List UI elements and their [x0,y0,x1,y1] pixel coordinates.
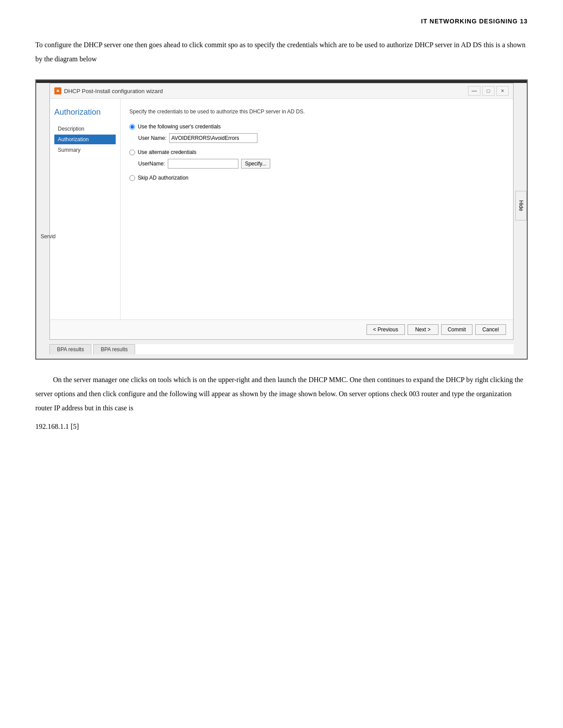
minimize-button[interactable]: — [468,86,480,96]
dialog-main-content: Specify the credentials to be used to au… [121,99,513,319]
dialog-icon [54,87,61,94]
radio-label-use-following: Use the following user's credentials [138,124,221,130]
radio-use-following[interactable] [129,124,135,130]
svg-rect-3 [57,90,58,92]
user-name-input[interactable] [169,133,257,143]
ip-text: 192.168.1.1 [5] [35,420,528,434]
dialog-titlebar-left: DHCP Post-Install configuration wizard [54,87,163,94]
radio-alternate[interactable] [129,150,135,155]
titlebar-controls: — □ × [468,86,509,96]
credentials-radio-group: Use the following user's credentials Use… [129,124,504,181]
bpa-tabs-row: BPA results BPA results [49,344,514,354]
page-header: IT NETWORKING DESIGNING 13 [35,18,528,25]
bpa-tab-2[interactable]: BPA results [93,344,135,354]
intro-paragraph: To configure the DHCP server one then go… [35,38,528,66]
bottom-paragraph: On the server manager one clicks on tool… [35,373,528,415]
dialog-sidebar: Authorization Description Authorization … [50,99,121,319]
close-button[interactable]: × [496,86,509,96]
previous-button[interactable]: < Previous [367,324,405,335]
dialog-title: DHCP Post-Install configuration wizard [64,88,163,94]
maximize-button[interactable]: □ [482,86,495,96]
radio-label-skip: Skip AD authorization [138,175,189,181]
radio-row-1: Use the following user's credentials [129,124,504,130]
commit-button[interactable]: Commit [441,324,472,335]
nav-description[interactable]: Description [54,124,116,134]
servi-label: Servid [41,233,56,240]
dialog-window: DHCP Post-Install configuration wizard —… [49,83,514,340]
radio-skip[interactable] [129,175,135,181]
specify-button[interactable]: Specify... [241,159,270,169]
hide-panel[interactable]: Hide [515,191,527,221]
cancel-button[interactable]: Cancel [475,324,506,335]
next-button[interactable]: Next > [408,324,438,335]
dialog-screenshot: DHCP Post-Install configuration wizard —… [35,79,528,360]
page-container: IT NETWORKING DESIGNING 13 To configure … [0,0,563,728]
dialog-titlebar: DHCP Post-Install configuration wizard —… [50,83,513,99]
nav-summary[interactable]: Summary [54,145,116,155]
header-title: IT NETWORKING DESIGNING 13 [421,18,528,25]
nav-authorization[interactable]: Authorization [54,135,116,144]
alt-username-label: UserName: [138,161,165,167]
radio-row-3: Skip AD authorization [129,175,504,181]
alt-username-input[interactable] [168,159,238,169]
dialog-description: Specify the credentials to be used to au… [129,108,504,116]
dialog-section-title: Authorization [54,108,116,117]
radio-label-alternate: Use alternate credentials [138,149,196,155]
dialog-footer: < Previous Next > Commit Cancel [50,319,513,339]
bpa-tab-1[interactable]: BPA results [49,344,91,354]
username-input-row: User Name: [138,133,504,143]
user-name-label: User Name: [138,135,166,141]
dialog-body: Authorization Description Authorization … [50,99,513,319]
radio-row-2: Use alternate credentials [129,149,504,155]
alt-username-input-row: UserName: Specify... [138,159,504,169]
